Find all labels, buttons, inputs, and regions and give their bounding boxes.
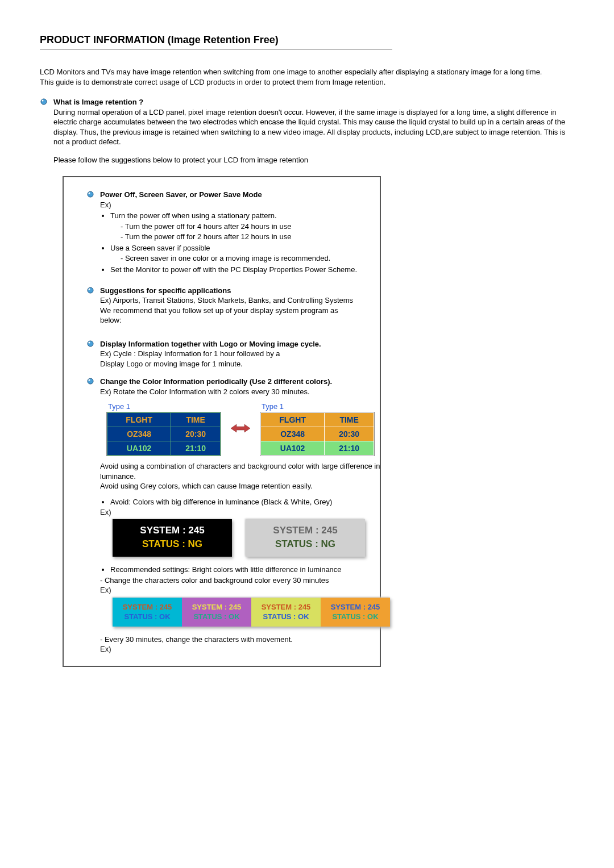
th-time: TIME <box>325 413 374 427</box>
cell: 21:10 <box>325 441 374 456</box>
th-flight: FLGHT <box>261 413 325 427</box>
suggestion-box: Power Off, Screen Saver, or Power Save M… <box>63 176 381 667</box>
cell: 20:30 <box>325 427 374 441</box>
quad-3: SYSTEM : 245 STATUS : OK <box>251 598 321 627</box>
intro-p1: LCD Monitors and TVs may have image rete… <box>40 67 574 77</box>
flight-b-label: Type 1 <box>262 402 374 412</box>
sec1-body: During normal operation of a LCD panel, … <box>53 107 574 147</box>
quad-l1: SYSTEM : 245 <box>182 602 251 612</box>
quad-1: SYSTEM : 245 STATUS : OK <box>113 598 182 627</box>
box-a-li1b: - Turn the power off for 2 hours after 1… <box>121 232 357 242</box>
svg-point-7 <box>89 341 90 343</box>
cell: OZ348 <box>261 427 325 441</box>
color-quad: SYSTEM : 245 STATUS : OK SYSTEM : 245 ST… <box>113 598 390 627</box>
avoid-ex: Ex) <box>100 507 390 518</box>
box-a-ex: Ex) <box>100 200 357 210</box>
bullet-icon <box>86 190 97 198</box>
sys-l2: STATUS : NG <box>246 539 365 550</box>
quad-l1: SYSTEM : 245 <box>321 602 390 612</box>
rec-ex: Ex) <box>100 585 390 595</box>
svg-point-1 <box>42 100 44 102</box>
flight-table-a: Type 1 FLGHTTIME OZ34820:30 UA10221:10 <box>107 402 221 456</box>
svg-marker-10 <box>231 424 250 432</box>
box-a-heading: Power Off, Screen Saver, or Power Save M… <box>100 190 262 199</box>
box-a-li3: Set the Monitor to power off with the PC… <box>110 265 357 275</box>
box-a-li2: Use a Screen saver if possible <box>110 243 357 253</box>
quad-l1: SYSTEM : 245 <box>251 602 321 612</box>
tail-l1: - Every 30 minutes, change the character… <box>100 635 390 645</box>
svg-point-8 <box>88 378 93 384</box>
box-b-l2: We recommend that you follow set up of y… <box>100 306 357 326</box>
flight-table-b: Type 1 FLGHTTIME OZ34820:30 UA10221:10 <box>260 402 374 456</box>
bullet-icon <box>86 377 97 385</box>
cell: UA102 <box>261 441 325 456</box>
bullet-icon <box>40 98 50 106</box>
quad-4: SYSTEM : 245 STATUS : OK <box>321 598 390 627</box>
th-flight: FLGHT <box>107 413 171 427</box>
swap-arrow-icon <box>231 423 250 434</box>
box-c: Display Information together with Logo o… <box>86 339 357 369</box>
flight-example: Type 1 FLGHTTIME OZ34820:30 UA10221:10 T… <box>107 402 390 456</box>
sys-l1: SYSTEM : 245 <box>113 525 232 536</box>
box-c-l2: Display Logo or moving image for 1 minut… <box>100 359 357 369</box>
avoid-li1: Avoid: Colors with big difference in lum… <box>110 497 390 507</box>
box-b-l1: Ex) Airports, Transit Stations, Stock Ma… <box>100 295 357 306</box>
box-a-li2a: - Screen saver in one color or a moving … <box>121 253 357 264</box>
avoid-p1: Avoid using a combination of characters … <box>100 461 390 481</box>
th-time: TIME <box>171 413 221 427</box>
flight-a-label: Type 1 <box>108 402 221 412</box>
cell: OZ348 <box>107 427 171 441</box>
sys-l2: STATUS : NG <box>113 539 232 550</box>
svg-point-0 <box>41 99 47 105</box>
quad-2: SYSTEM : 245 STATUS : OK <box>182 598 251 627</box>
bullet-icon <box>86 286 97 294</box>
svg-point-3 <box>89 193 90 194</box>
svg-point-4 <box>88 287 93 293</box>
sysbox-grey: SYSTEM : 245 STATUS : NG <box>246 519 365 557</box>
cell: UA102 <box>107 441 171 456</box>
box-a-li1: Turn the power off when using a stationa… <box>110 211 357 221</box>
box-d-heading: Change the Color Information periodicall… <box>100 377 332 386</box>
tail-ex: Ex) <box>100 644 390 654</box>
rec-li1: Recommended settings: Bright colors with… <box>110 565 390 575</box>
quad-l2: STATUS : OK <box>321 612 390 622</box>
quad-l1: SYSTEM : 245 <box>113 602 182 612</box>
box-c-heading: Display Information together with Logo o… <box>100 340 321 348</box>
quad-l2: STATUS : OK <box>182 612 251 622</box>
rec-l1: - Change the characters color and backgr… <box>100 575 390 586</box>
sysbox-black: SYSTEM : 245 STATUS : NG <box>113 519 232 557</box>
cell: 20:30 <box>171 427 221 441</box>
page-title: PRODUCT INFORMATION (Image Retention Fre… <box>40 34 574 46</box>
box-b-heading: Suggestions for specific applications <box>100 286 231 295</box>
intro-p2: This guide is to demonstrate correct usa… <box>40 77 574 87</box>
quad-l2: STATUS : OK <box>251 612 321 622</box>
bullet-icon <box>86 340 97 348</box>
section-what-is: What is Image retention ? During normal … <box>40 97 574 165</box>
system-status-pair: SYSTEM : 245 STATUS : NG SYSTEM : 245 ST… <box>113 519 390 557</box>
svg-point-9 <box>89 379 90 381</box>
svg-point-6 <box>88 341 93 347</box>
box-c-l1: Ex) Cycle : Display Information for 1 ho… <box>100 349 357 359</box>
avoid-p2: Avoid using Grey colors, which can cause… <box>100 481 390 491</box>
quad-l2: STATUS : OK <box>113 612 182 622</box>
sec1-heading: What is Image retention ? <box>53 98 143 106</box>
sec1-follow: Please follow the suggestions below to p… <box>53 155 574 165</box>
svg-point-2 <box>88 191 93 197</box>
box-b: Suggestions for specific applications Ex… <box>86 286 357 326</box>
box-a-li1a: - Turn the power off for 4 hours after 2… <box>121 222 357 232</box>
box-d: Change the Color Information periodicall… <box>86 377 357 654</box>
cell: 21:10 <box>171 441 221 456</box>
title-divider <box>40 49 392 50</box>
sys-l1: SYSTEM : 245 <box>246 525 365 536</box>
box-d-l1: Ex) Rotate the Color Information with 2 … <box>100 387 390 397</box>
box-a: Power Off, Screen Saver, or Power Save M… <box>86 190 357 275</box>
intro-block: LCD Monitors and TVs may have image rete… <box>40 67 574 87</box>
svg-point-5 <box>89 288 90 290</box>
